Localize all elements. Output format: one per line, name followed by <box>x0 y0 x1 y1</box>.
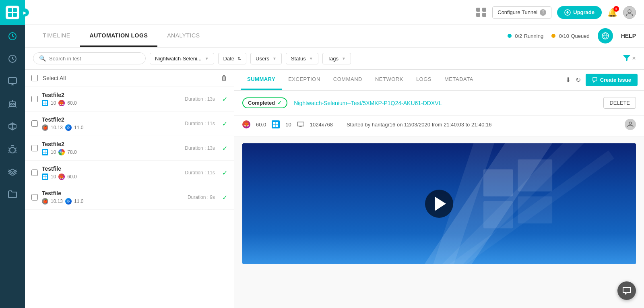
content-area: Select All 🗑 Testfile2 10 <box>25 70 644 308</box>
test-meta: 🍎 10.13 ⊙ 11.0 <box>42 198 184 205</box>
sidebar-logo[interactable]: ▶ <box>0 0 25 25</box>
select-all-label[interactable]: Select All <box>43 75 66 81</box>
delete-button[interactable]: DELETE <box>603 97 636 109</box>
test-duration: Duration : 13s <box>185 145 215 151</box>
video-overlay <box>242 143 636 264</box>
pass-icon: ✓ <box>222 145 227 152</box>
users-chevron: ▼ <box>272 56 277 61</box>
sidebar-item-robot[interactable] <box>0 93 25 115</box>
detail-tab-logs[interactable]: LOGS <box>410 70 438 90</box>
test-checkbox[interactable] <box>31 194 38 201</box>
tags-chevron: ▼ <box>342 56 346 61</box>
test-info: Testfile2 10 ⊙ 78.0 <box>42 141 181 155</box>
video-player[interactable] <box>242 143 636 264</box>
test-info: Testfile 🍎 10.13 ⊙ 11.0 <box>42 190 184 205</box>
tags-filter[interactable]: Tags ▼ <box>322 53 351 64</box>
select-all-checkbox[interactable] <box>31 75 38 81</box>
select-all-row: Select All 🗑 <box>25 70 234 87</box>
sidebar-item-layers[interactable] <box>0 160 25 183</box>
sidebar-item-bug[interactable] <box>0 138 25 160</box>
tabs-right-section: 0/2 Running 0/10 Queued HELP <box>508 28 636 43</box>
detail-tab-command[interactable]: COMMAND <box>327 70 369 90</box>
active-filter-icon[interactable]: ✕ <box>623 55 636 62</box>
notification-button[interactable]: 🔔 8 <box>607 8 617 17</box>
search-input[interactable] <box>49 56 140 62</box>
sidebar-item-monitor[interactable] <box>0 70 25 93</box>
svg-point-31 <box>629 122 632 124</box>
expand-arrow[interactable]: ▶ <box>21 8 29 17</box>
pass-icon: ✓ <box>222 194 227 201</box>
question-badge: ? <box>540 9 546 16</box>
detail-tab-network[interactable]: NETWORK <box>369 70 410 90</box>
completed-label: Completed <box>248 100 275 106</box>
win-icon <box>42 100 48 106</box>
test-checkbox[interactable] <box>31 145 38 151</box>
help-label[interactable]: HELP <box>621 33 636 39</box>
sidebar-item-dashboard[interactable] <box>0 25 25 48</box>
avatar-button[interactable] <box>623 6 636 19</box>
svg-rect-28 <box>273 125 275 127</box>
nightwatch-label: Nightwatch-Seleni... <box>155 56 202 62</box>
os-version: 10.13 <box>51 198 63 204</box>
chrome-icon: ⊙ <box>58 149 65 155</box>
svg-rect-19 <box>45 150 47 152</box>
main-tabs: TIMELINE AUTOMATION LOGS ANALYTICS <box>33 25 210 47</box>
list-item: Testfile2 10 🦊 60.0 Duration : 13s <box>25 87 234 112</box>
upgrade-button[interactable]: Upgrade <box>557 6 602 19</box>
users-filter[interactable]: Users ▼ <box>250 53 282 64</box>
filter-clear[interactable]: ✕ <box>632 56 636 61</box>
create-issue-label: Create Issue <box>600 77 631 83</box>
svg-rect-25 <box>45 177 47 179</box>
configure-tunnel-button[interactable]: Configure Tunnel ? <box>492 6 551 19</box>
tab-automation-logs[interactable]: AUTOMATION LOGS <box>80 25 158 47</box>
nightwatch-filter[interactable]: Nightwatch-Seleni... ▼ <box>150 53 214 64</box>
grid-icon[interactable] <box>476 8 487 17</box>
test-info: Testfile2 🍎 10.13 ⊙ 11.0 <box>42 116 181 131</box>
date-label: Date <box>223 56 234 62</box>
test-id-link[interactable]: 5XMKP-P1Q24-AKU61-DDXVL <box>363 100 442 106</box>
svg-rect-0 <box>8 8 12 12</box>
svg-rect-27 <box>276 122 278 124</box>
list-item: Testfile 10 🦊 60.0 Duration : 11s <box>25 161 234 185</box>
notification-badge: 8 <box>613 6 619 12</box>
date-filter[interactable]: Date ⇅ <box>218 53 246 64</box>
status-filter[interactable]: Status ▼ <box>286 53 318 64</box>
firefox-icon: 🦊 <box>58 100 65 106</box>
detail-panel: SUMMARY EXCEPTION COMMAND NETWORK LOGS M… <box>234 70 644 308</box>
detail-tab-exception[interactable]: EXCEPTION <box>282 70 327 90</box>
tab-analytics[interactable]: ANALYTICS <box>157 25 209 47</box>
test-name: Testfile <box>42 190 184 196</box>
detail-tab-summary[interactable]: SUMMARY <box>241 70 282 90</box>
sidebar-item-cube[interactable] <box>0 115 25 138</box>
test-meta: 10 ⊙ 78.0 <box>42 149 181 155</box>
test-checkbox[interactable] <box>31 170 38 176</box>
delete-selected-icon[interactable]: 🗑 <box>221 74 227 82</box>
chat-widget[interactable] <box>617 281 636 300</box>
detail-tab-metadata[interactable]: METADATA <box>438 70 480 90</box>
vpn-button[interactable] <box>598 28 613 43</box>
refresh-icon[interactable]: ↻ <box>576 76 581 84</box>
configure-tunnel-label: Configure Tunnel <box>497 9 537 15</box>
download-icon[interactable]: ⬇ <box>566 76 571 84</box>
sidebar-item-folder[interactable] <box>0 183 25 205</box>
browser-version: 60.0 <box>67 174 76 180</box>
play-icon <box>435 196 446 211</box>
svg-rect-17 <box>45 103 47 105</box>
create-issue-button[interactable]: Create Issue <box>586 74 638 86</box>
test-checkbox[interactable] <box>31 120 38 127</box>
test-checkbox[interactable] <box>31 96 38 102</box>
topbar: Configure Tunnel ? Upgrade 🔔 8 <box>25 0 644 25</box>
test-list-panel: Select All 🗑 Testfile2 10 <box>25 70 234 308</box>
monitor-meta-icon <box>297 122 304 127</box>
pass-icon: ✓ <box>222 95 227 103</box>
test-name: Testfile2 <box>42 116 181 123</box>
queued-dot <box>551 34 555 38</box>
test-duration: Duration : 9s <box>188 194 215 200</box>
tab-timeline[interactable]: TIMELINE <box>33 25 80 47</box>
sidebar-item-clock[interactable] <box>0 48 25 70</box>
main-content: Configure Tunnel ? Upgrade 🔔 8 TIMELINE <box>25 0 644 308</box>
svg-rect-14 <box>43 101 45 103</box>
svg-point-8 <box>10 103 12 105</box>
play-button[interactable] <box>425 190 453 218</box>
tags-label: Tags <box>328 56 339 62</box>
